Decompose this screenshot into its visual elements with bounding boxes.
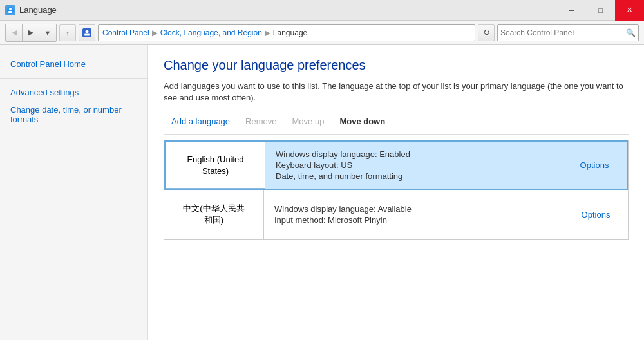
window-title: Language [19, 5, 57, 15]
svg-point-1 [9, 8, 12, 10]
sidebar: Control Panel Home Advanced settings Cha… [0, 45, 148, 340]
content-area: Change your language preferences Add lan… [148, 45, 644, 340]
language-format-english: Date, time, and number formatting [276, 171, 552, 181]
language-details-chinese: Windows display language: Available Inpu… [264, 190, 564, 239]
refresh-button[interactable]: ↻ [478, 24, 495, 41]
app-icon [5, 5, 15, 15]
svg-point-4 [86, 30, 89, 33]
svg-rect-5 [84, 33, 90, 35]
language-input-chinese: Input method: Microsoft Pinyin [274, 215, 553, 225]
breadcrumb-language: Language [273, 28, 307, 37]
sidebar-link-home[interactable]: Control Panel Home [10, 59, 86, 69]
search-icon: 🔍 [626, 28, 636, 37]
language-options-english-cell: Options [562, 142, 627, 189]
move-down-button[interactable]: Move down [332, 114, 393, 129]
sidebar-item-advanced[interactable]: Advanced settings [0, 84, 147, 101]
page-title: Change your language preferences [164, 58, 629, 73]
language-options-chinese[interactable]: Options [582, 210, 611, 220]
dropdown-button[interactable]: ▼ [39, 24, 56, 41]
sidebar-link-datetime[interactable]: Change date, time, or number formats [10, 105, 122, 124]
close-button[interactable]: ✕ [615, 0, 644, 21]
language-keyboard-english: Keyboard layout: US [276, 160, 552, 170]
language-item-chinese[interactable]: 中文(中华人民共和国) Windows display language: Av… [164, 190, 628, 239]
maximize-button[interactable]: □ [586, 0, 615, 21]
title-bar: Language ─ □ ✕ [0, 0, 644, 21]
language-name-english: English (UnitedStates) [166, 142, 265, 189]
move-up-button[interactable]: Move up [285, 114, 332, 129]
breadcrumb: Control Panel ▶ Clock, Language, and Reg… [98, 24, 475, 41]
remove-button[interactable]: Remove [238, 114, 284, 129]
page-description: Add languages you want to use to this li… [164, 80, 629, 104]
language-name-chinese: 中文(中华人民共和国) [164, 190, 264, 239]
minimize-button[interactable]: ─ [557, 0, 586, 21]
language-item-english[interactable]: English (UnitedStates) Windows display l… [164, 140, 628, 190]
back-button[interactable]: ◀ [6, 24, 23, 41]
breadcrumb-control-panel[interactable]: Control Panel [102, 28, 149, 37]
breadcrumb-clock-language[interactable]: Clock, Language, and Region [160, 28, 262, 37]
language-options-chinese-cell: Options [564, 190, 628, 239]
svg-rect-2 [8, 11, 12, 13]
sidebar-item-datetime[interactable]: Change date, time, or number formats [0, 101, 147, 128]
language-list: English (UnitedStates) Windows display l… [164, 140, 629, 240]
search-input[interactable] [500, 28, 626, 37]
up-button[interactable]: ↑ [59, 24, 76, 41]
main-layout: Control Panel Home Advanced settings Cha… [0, 45, 644, 340]
language-display-chinese: Windows display language: Available [274, 204, 553, 214]
add-language-button[interactable]: Add a language [164, 114, 238, 129]
forward-button[interactable]: ▶ [23, 24, 39, 41]
language-options-english[interactable]: Options [580, 160, 609, 170]
sidebar-link-advanced[interactable]: Advanced settings [10, 88, 79, 97]
address-bar: ◀ ▶ ▼ ↑ Control Panel ▶ Clock, Language,… [0, 21, 644, 45]
nav-icon-button[interactable] [79, 24, 95, 41]
language-toolbar: Add a language Remove Move up Move down [164, 114, 629, 135]
sidebar-item-home[interactable]: Control Panel Home [0, 55, 147, 73]
search-box: 🔍 [497, 24, 639, 41]
language-display-english: Windows display language: Enabled [276, 149, 552, 159]
sidebar-divider [0, 78, 147, 79]
window-controls: ─ □ ✕ [557, 0, 644, 21]
language-details-english: Windows display language: Enabled Keyboa… [265, 142, 562, 189]
